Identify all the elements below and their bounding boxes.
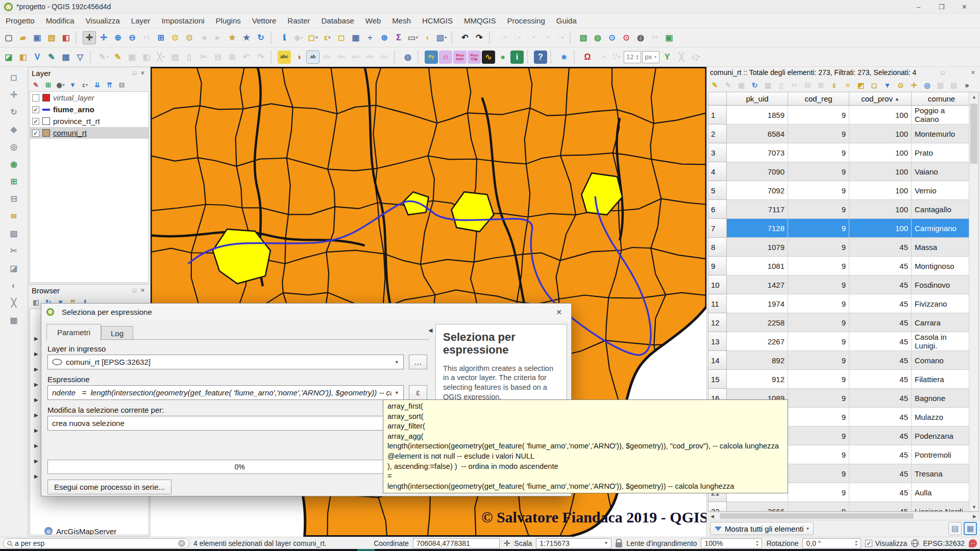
row-number[interactable]: 11 [708, 294, 727, 313]
table-row[interactable]: 81079945Massa [708, 238, 978, 257]
cell-cod_reg[interactable]: 9 [788, 483, 849, 502]
browse-layer-button[interactable]: … [409, 355, 427, 369]
table-row[interactable]: 370739100Prato [708, 143, 978, 162]
cell-cod_prov[interactable]: 100 [849, 181, 912, 200]
coordinate-input[interactable]: 706084,4778381 [413, 538, 500, 548]
filter-legend-icon[interactable]: ▼ [67, 80, 78, 90]
scroll-right-icon[interactable]: ▶ [973, 514, 976, 519]
deselect-all-icon[interactable]: ◻ [335, 31, 348, 44]
python-console-icon[interactable]: Py [425, 51, 438, 64]
cell-comune[interactable]: Comano [912, 351, 972, 370]
cell-cod_reg[interactable]: 9 [788, 502, 849, 512]
menu-visualizza[interactable]: Visualizza [80, 15, 126, 27]
expression-builder-button[interactable]: ε [409, 385, 427, 400]
expand-all-icon[interactable]: ⇊ [92, 80, 103, 90]
styling-brush-icon[interactable]: ✎ [31, 80, 41, 90]
attr-select-expression-icon[interactable]: ε [828, 79, 840, 91]
style-manager-icon[interactable]: ◧ [59, 31, 72, 44]
mmqgis-icon[interactable]: ◍ [401, 51, 414, 64]
select-expression-icon[interactable]: ε▾ [321, 31, 334, 44]
tree-expand-icon[interactable]: ▶ [34, 397, 38, 403]
cell-cod_prov[interactable]: 45 [849, 370, 912, 389]
column-header-comune[interactable]: comune [912, 92, 972, 106]
rotate-point-icon[interactable]: ◐ [7, 279, 20, 292]
add-vector-layer-icon[interactable]: ◪ [2, 51, 15, 64]
cell-pk_uid[interactable]: 1974 [727, 294, 788, 313]
cell-pk_uid[interactable]: 1859 [727, 106, 788, 124]
row-number[interactable]: 2 [708, 124, 727, 143]
attr-overflow-icon[interactable]: » [961, 79, 973, 91]
zoom-lens-red-icon[interactable]: ⊙ [620, 31, 633, 44]
cell-comune[interactable]: Licciana Nardi [912, 502, 972, 512]
render-checkbox[interactable]: ✓ Visualizza [865, 539, 907, 547]
layer-panel-close-icon[interactable]: ✕ [138, 70, 147, 77]
help-collapse-icon[interactable]: ◀ [428, 327, 432, 334]
dialog-close-icon[interactable]: ✕ [552, 308, 566, 316]
cell-comune[interactable]: Vaiano [912, 162, 972, 181]
table-row[interactable]: 671179100Cantagallo [708, 200, 978, 219]
messages-icon[interactable]: ⋯ [969, 539, 977, 547]
row-number[interactable]: 5 [708, 181, 727, 200]
scale-combo[interactable]: 1:715673▼ [536, 538, 611, 548]
rotation-spinbox[interactable]: 0,0 °▲▼ [802, 538, 861, 548]
table-view-button[interactable]: ▦ [964, 522, 977, 535]
minimize-button[interactable]: – [907, 0, 930, 13]
cell-comune[interactable]: Casola in Lunigi. [912, 332, 972, 351]
form-view-button[interactable]: ▤ [948, 522, 962, 535]
cell-pk_uid[interactable]: 7128 [727, 219, 788, 238]
cell-cod_prov[interactable]: 100 [849, 162, 912, 181]
cell-cod_reg[interactable]: 9 [788, 389, 849, 408]
column-header-cod_prov[interactable]: cod_prov▲ [849, 92, 912, 106]
snapping-magnet-icon[interactable]: Ω [581, 51, 594, 64]
table-row[interactable]: 15912945Filattiera [708, 370, 978, 389]
cell-cod_reg[interactable]: 9 [788, 200, 849, 219]
menu-guida[interactable]: Guida [551, 15, 582, 27]
offset-curve-icon[interactable]: ≋ [7, 210, 20, 223]
cell-cod_prov[interactable]: 45 [849, 313, 912, 332]
cell-cod_reg[interactable]: 9 [788, 332, 849, 351]
cell-cod_reg[interactable]: 9 [788, 162, 849, 181]
collapse-all-icon[interactable]: ⇈ [104, 80, 115, 90]
table-row[interactable]: 771289100Carmignano [708, 219, 978, 238]
cell-cod_prov[interactable]: 45 [849, 427, 912, 445]
attr-reload-icon[interactable]: ↻ [749, 79, 761, 91]
cell-cod_prov[interactable]: 45 [849, 351, 912, 370]
tree-expand-icon[interactable]: ▶ [34, 412, 38, 418]
add-part-icon[interactable]: ⊞ [7, 175, 20, 188]
cell-comune[interactable]: Carmignano [912, 219, 972, 238]
cell-comune[interactable]: Montignoso [912, 257, 972, 276]
cell-cod_prov[interactable]: 45 [849, 464, 912, 483]
toggle-editing-icon[interactable]: ✎ [111, 51, 125, 64]
browser-panel-close-icon[interactable]: ✕ [138, 287, 147, 294]
maximize-button[interactable]: ❒ [930, 0, 953, 13]
cell-pk_uid[interactable]: 2267 [727, 332, 788, 351]
cell-comune[interactable]: Vernio [912, 181, 972, 200]
attr-pan-selection-icon[interactable]: ✛ [908, 79, 920, 91]
layer-item-virtual_layer[interactable]: virtual_layer [30, 92, 149, 104]
attr-zoom-selection-icon[interactable]: ⊙ [895, 79, 906, 91]
cell-comune[interactable]: Filattiera [912, 370, 972, 389]
field-calculator-icon[interactable]: ÷ [363, 31, 377, 44]
zoom-full-icon[interactable]: ⊞ [154, 31, 167, 44]
row-number[interactable]: 22 [708, 502, 727, 512]
new-bookmark-icon[interactable]: ★ [226, 31, 239, 44]
open-attribute-table-icon[interactable]: ▦ [349, 31, 362, 44]
vertex-editor-icon[interactable]: ◻ [7, 71, 20, 84]
zoom-out-icon[interactable]: ⊖ [126, 31, 139, 44]
cell-cod_reg[interactable]: 9 [788, 351, 849, 370]
cell-cod_prov[interactable]: 45 [849, 276, 912, 294]
cell-comune[interactable]: Carrara [912, 313, 972, 332]
show-all-features-button[interactable]: Mostra tutti gli elementi ▾ [710, 522, 814, 535]
cell-comune[interactable]: Poggio a Caiano [912, 106, 972, 124]
cell-comune[interactable]: Cantagallo [912, 200, 972, 219]
scroll-down-icon[interactable]: ▼ [969, 503, 979, 511]
cell-comune[interactable]: Montemurlo [912, 124, 972, 143]
select-rectangle-icon[interactable]: ◻▾ [306, 31, 320, 44]
cell-cod_prov[interactable]: 100 [849, 200, 912, 219]
cell-pk_uid[interactable]: 1427 [727, 276, 788, 294]
layer-checkbox[interactable]: ✓ [32, 118, 39, 125]
show-bookmarks-icon[interactable]: ★ [240, 31, 253, 44]
snapping-tolerance-spin[interactable]: 12▲▼ [624, 51, 641, 63]
layout-manager-icon[interactable]: ▤ [45, 31, 58, 44]
horizontal-scroll-thumb[interactable] [720, 513, 914, 519]
